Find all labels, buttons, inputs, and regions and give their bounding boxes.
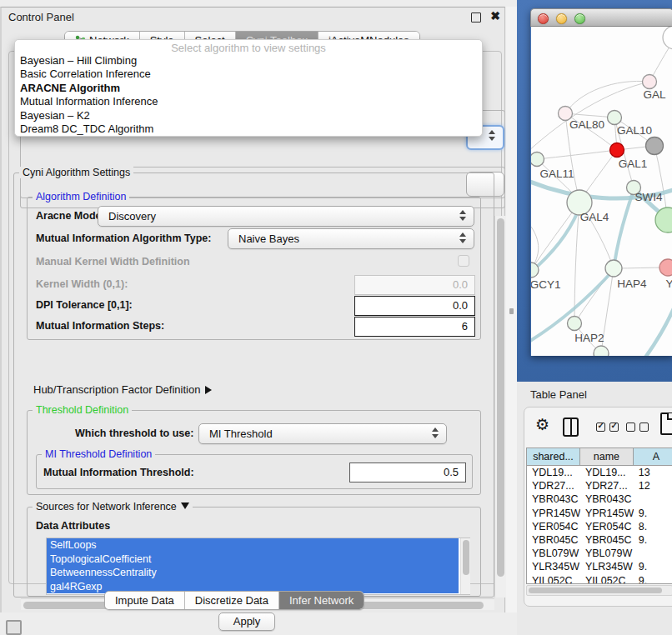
zoom-traffic-light-icon[interactable]: [574, 13, 585, 24]
algorithm-definition-group: Algorithm Definition Aracne Mode: Discov…: [27, 197, 481, 340]
tab-infer-network[interactable]: Infer Network: [278, 592, 364, 609]
algorithm-option[interactable]: Dream8 DC_TDC Algorithm: [19, 122, 478, 136]
mi-algorithm-type-combobox[interactable]: Naive Bayes: [228, 228, 474, 249]
network-node[interactable]: [594, 346, 609, 356]
control-panel-titlebar: Control Panel: [2, 8, 504, 28]
which-threshold-combobox[interactable]: MI Threshold: [198, 423, 447, 444]
table-row[interactable]: YIL052CYIL052C9.: [527, 574, 672, 585]
network-canvas[interactable]: GALGAL80GAL10GAL1GAL11SWI4GAL4GCY1HAP4YH…: [531, 27, 672, 356]
attribute-list-item[interactable]: BetweennessCentrality: [47, 566, 459, 580]
table-panel-region: Table Panel shared...nameA YDL19...YDL19…: [517, 382, 672, 635]
apply-button[interactable]: Apply: [218, 612, 275, 631]
attribute-list-item[interactable]: TopologicalCoefficient: [47, 552, 459, 567]
which-threshold-label: Which threshold to use:: [75, 428, 193, 439]
table-row[interactable]: YLR345WYLR345W9.: [527, 560, 672, 573]
node-label: GAL1: [619, 158, 648, 170]
mi-algorithm-type-label: Mutual Information Algorithm Type:: [36, 232, 211, 244]
aracne-mode-combobox[interactable]: Discovery: [98, 206, 474, 227]
algorithm-option[interactable]: Basic Correlation Inference: [19, 68, 478, 81]
network-node-hap4[interactable]: [605, 260, 622, 277]
algorithm-option[interactable]: Mutual Information Inference: [19, 95, 478, 108]
mi-threshold-input[interactable]: 0.5: [349, 462, 466, 482]
split-columns-icon[interactable]: [563, 418, 579, 437]
select-all-checkboxes-icon[interactable]: [596, 422, 619, 432]
network-edge: [537, 150, 617, 159]
network-node-gal[interactable]: [643, 75, 657, 89]
network-node-hap2[interactable]: [568, 317, 582, 331]
table-row[interactable]: YDL19...YDL19...13: [527, 466, 672, 479]
algorithm-dropdown-popup: Select algorithm to view settings Bayesi…: [14, 39, 483, 137]
network-view-window: GALGAL80GAL10GAL1GAL11SWI4GAL4GCY1HAP4YH…: [530, 8, 672, 356]
manual-kernel-width-label: Manual Kernel Width Definition: [36, 256, 190, 268]
cyni-algorithm-settings-title: Cyni Algorithm Settings: [19, 167, 133, 178]
network-node-gal11[interactable]: [531, 152, 544, 167]
mi-steps-input[interactable]: 6: [354, 317, 475, 337]
scrollbar-thumb[interactable]: [497, 218, 504, 577]
aracne-mode-label: Aracne Mode:: [36, 210, 105, 222]
table-row[interactable]: YER054CYER054C8.: [527, 520, 672, 533]
tab-discretize-data[interactable]: Discretize Data: [184, 592, 278, 609]
table-cell: YER054C: [580, 520, 634, 533]
network-node-y[interactable]: [659, 259, 672, 276]
table-panel-title: Table Panel: [530, 388, 587, 401]
sources-group-title[interactable]: Sources for Network Inference: [33, 501, 193, 512]
minimized-panel-icon[interactable]: [6, 620, 22, 635]
table-row[interactable]: YBL079WYBL079W: [527, 547, 672, 560]
scrollbar-thumb[interactable]: [529, 588, 662, 593]
table-rows: YDL19...YDL19...13YDR27...YDR27...12YBR0…: [527, 466, 672, 584]
kernel-width-input[interactable]: 0.0: [354, 275, 475, 295]
table-header-row: shared...nameA: [527, 448, 672, 466]
network-node[interactable]: [646, 138, 664, 155]
table-cell: YDR27...: [580, 479, 634, 492]
gear-icon[interactable]: [535, 415, 549, 434]
app-root: Control Panel NetworkStyleSelectCyni Too…: [0, 0, 672, 635]
attributes-list-scrollbar[interactable]: [460, 538, 470, 594]
deselect-all-checkboxes-icon[interactable]: [626, 422, 649, 432]
stepper-icon: [459, 232, 466, 243]
float-window-icon[interactable]: [471, 12, 481, 22]
splitter-handle[interactable]: [509, 308, 514, 314]
export-table-icon[interactable]: [660, 412, 672, 435]
algorithm-option[interactable]: Bayesian – Hill Climbing: [19, 54, 478, 68]
desktop-background: GALGAL80GAL10GAL1GAL11SWI4GAL4GCY1HAP4YH…: [517, 0, 672, 382]
table-cell: YBR043C: [527, 492, 580, 506]
settings-vertical-scrollbar[interactable]: [494, 216, 506, 598]
mi-threshold-label: Mutual Information Threshold:: [43, 467, 194, 478]
minimize-traffic-light-icon[interactable]: [556, 13, 567, 24]
stepper-icon: [432, 428, 439, 438]
manual-kernel-width-checkbox[interactable]: [458, 255, 469, 267]
table-column-header[interactable]: shared...: [527, 448, 580, 465]
table-column-header[interactable]: name: [580, 448, 634, 465]
network-window-titlebar[interactable]: [530, 8, 672, 27]
network-edge: [583, 150, 617, 197]
dpi-tolerance-input[interactable]: 0.0: [354, 296, 475, 316]
table-cell: YPR145W: [527, 507, 580, 520]
cyni-algorithm-settings-group: Cyni Algorithm Settings Algorithm Defini…: [13, 172, 494, 598]
which-threshold-value: MI Threshold: [199, 428, 273, 440]
algorithm-option[interactable]: ARACNE Algorithm: [19, 82, 478, 95]
network-edge: [634, 307, 672, 356]
table-row[interactable]: YBR043CYBR043C: [527, 492, 672, 506]
table-cell: YER054C: [527, 520, 580, 533]
network-node-gal10[interactable]: [608, 111, 622, 125]
table-row[interactable]: YPR145WYPR145W9.: [527, 507, 672, 520]
close-traffic-light-icon[interactable]: [538, 13, 549, 24]
table-cell: 9.: [634, 507, 672, 520]
table-horizontal-scrollbar[interactable]: [526, 585, 672, 596]
table-cell: YDR27...: [527, 479, 580, 492]
network-node[interactable]: [663, 27, 672, 49]
close-icon[interactable]: [489, 9, 502, 24]
table-column-header[interactable]: A: [634, 448, 672, 465]
panel-splitter: [506, 7, 517, 612]
attribute-list-item[interactable]: SelfLoops: [47, 538, 459, 552]
algorithm-option[interactable]: Bayesian – K2: [19, 109, 478, 122]
network-node-gal1[interactable]: [610, 143, 624, 158]
collapse-down-icon: [181, 502, 189, 509]
expand-right-icon: [205, 386, 212, 394]
tab-impute-data[interactable]: Impute Data: [105, 592, 184, 609]
kernel-width-label: Kernel Width (0,1):: [36, 278, 128, 290]
table-row[interactable]: YBR045CYBR045C9.: [527, 533, 672, 547]
table-row[interactable]: YDR27...YDR27...12: [527, 479, 672, 492]
network-edge: [614, 190, 634, 263]
hub-tf-section-toggle[interactable]: Hub/Transcription Factor Definition: [33, 383, 212, 396]
